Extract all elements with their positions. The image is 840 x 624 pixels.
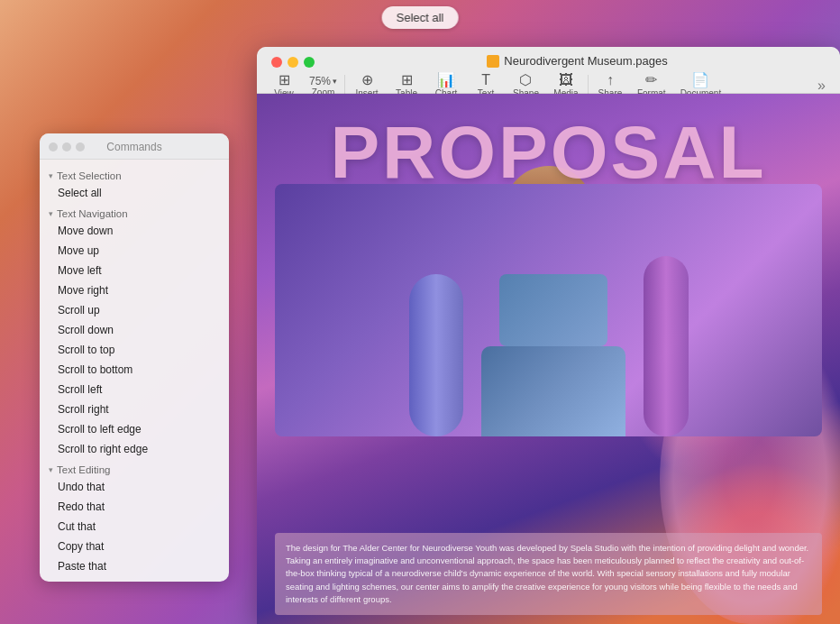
cmd-scroll-to-top[interactable]: Scroll to top xyxy=(40,340,229,360)
close-dot[interactable] xyxy=(49,142,58,151)
format-icon: ✏ xyxy=(645,73,657,87)
cmd-scroll-down[interactable]: Scroll down xyxy=(40,320,229,340)
media-icon: 🖼 xyxy=(559,73,573,87)
titlebar-top: Neurodivergent Museum.pages xyxy=(257,47,840,68)
commands-title: Commands xyxy=(106,141,161,153)
close-button[interactable] xyxy=(271,57,282,68)
commands-body: ▾ Text Selection Select all ▾ Text Navig… xyxy=(40,160,229,582)
window-title: Neurodivergent Museum.pages xyxy=(329,54,826,68)
cmd-scroll-right[interactable]: Scroll right xyxy=(40,399,229,419)
zoom-percent: 75% xyxy=(309,75,331,87)
page-title: PROPOSAL xyxy=(257,110,840,195)
minimize-button[interactable] xyxy=(288,57,298,68)
cmd-select-all[interactable]: Select all xyxy=(40,183,229,203)
cmd-scroll-up[interactable]: Scroll up xyxy=(40,300,229,320)
text-icon: T xyxy=(481,73,490,87)
minimize-dot[interactable] xyxy=(62,142,71,151)
share-icon: ↑ xyxy=(607,73,614,87)
commands-titlebar: Commands xyxy=(40,133,229,160)
cmd-scroll-left[interactable]: Scroll left xyxy=(40,380,229,399)
section-header-text-selection[interactable]: ▾ Text Selection xyxy=(40,165,229,183)
cmd-move-up[interactable]: Move up xyxy=(40,241,229,261)
shape-icon: ⬡ xyxy=(519,73,532,87)
view-icon: ⊞ xyxy=(278,73,290,87)
section-label-text-editing: Text Editing xyxy=(57,464,110,475)
maximize-button[interactable] xyxy=(304,57,315,68)
chevron-icon-3: ▾ xyxy=(49,465,53,474)
cmd-redo-that[interactable]: Redo that xyxy=(40,497,229,517)
body-text-content: The design for The Alder Center for Neur… xyxy=(286,543,808,604)
section-label-text-navigation: Text Navigation xyxy=(57,208,128,219)
window-traffic-lights xyxy=(49,142,85,151)
window-traffic-lights-pages xyxy=(271,57,315,68)
cmd-undo-that[interactable]: Undo that xyxy=(40,477,229,497)
document-page: PROPOSAL The design for The Alder Center… xyxy=(257,94,840,624)
section-label-text-selection: Text Selection xyxy=(57,170,122,181)
cmd-paste-that[interactable]: Paste that xyxy=(40,556,229,576)
maximize-dot[interactable] xyxy=(76,142,85,151)
cylinder-left xyxy=(409,274,463,436)
cmd-move-left[interactable]: Move left xyxy=(40,261,229,280)
pages-app-icon xyxy=(487,55,499,68)
zoom-value: 75% ▾ xyxy=(309,75,337,87)
cmd-move-right[interactable]: Move right xyxy=(40,280,229,300)
section-header-text-navigation[interactable]: ▾ Text Navigation xyxy=(40,203,229,221)
document-icon: 📄 xyxy=(691,73,709,87)
window-titlebar: Neurodivergent Museum.pages ⊞ View 75% ▾… xyxy=(257,47,840,94)
pages-window: Neurodivergent Museum.pages ⊞ View 75% ▾… xyxy=(257,47,840,624)
select-all-button[interactable]: Select all xyxy=(382,6,459,29)
cmd-scroll-to-bottom[interactable]: Scroll to bottom xyxy=(40,360,229,380)
chair-back xyxy=(499,274,607,346)
chair-body xyxy=(481,346,625,436)
document-area: PROPOSAL The design for The Alder Center… xyxy=(257,94,840,624)
cmd-copy-that[interactable]: Copy that xyxy=(40,537,229,556)
window-filename: Neurodivergent Museum.pages xyxy=(504,54,667,68)
cmd-scroll-to-left-edge[interactable]: Scroll to left edge xyxy=(40,419,229,439)
section-header-text-editing[interactable]: ▾ Text Editing xyxy=(40,459,229,477)
chart-icon: 📊 xyxy=(437,73,455,87)
chevron-icon-2: ▾ xyxy=(49,209,53,218)
3d-object-area xyxy=(275,184,822,436)
chair-scene xyxy=(302,184,795,436)
cmd-move-down[interactable]: Move down xyxy=(40,221,229,241)
cmd-scroll-to-right-edge[interactable]: Scroll to right edge xyxy=(40,439,229,459)
zoom-chevron-icon: ▾ xyxy=(333,77,337,86)
page-body-text: The design for The Alder Center for Neur… xyxy=(275,533,822,615)
insert-icon: ⊕ xyxy=(361,73,373,87)
table-icon: ⊞ xyxy=(401,73,413,87)
cylinder-right xyxy=(644,256,689,436)
chevron-icon: ▾ xyxy=(49,171,53,180)
commands-panel: Commands ▾ Text Selection Select all ▾ T… xyxy=(40,133,229,582)
cmd-cut-that[interactable]: Cut that xyxy=(40,517,229,537)
